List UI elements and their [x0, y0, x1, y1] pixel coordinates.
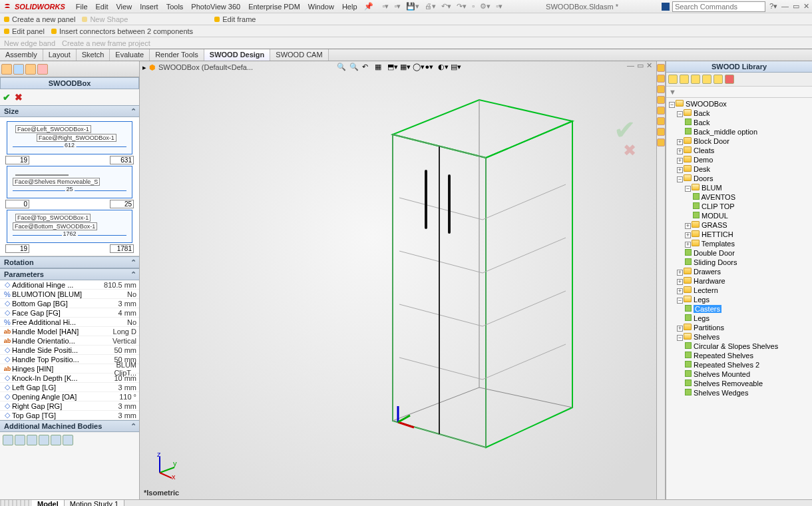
- machined-icon-1[interactable]: [3, 435, 13, 445]
- edit-panel-button[interactable]: Edit panel: [4, 27, 45, 35]
- face-top-field[interactable]: Face@Top_SWOODBox-1: [15, 214, 91, 222]
- edit-frame-button[interactable]: Edit frame: [214, 15, 256, 23]
- size2-hi-input[interactable]: [110, 200, 134, 208]
- section-size-header[interactable]: Size⌃: [0, 105, 139, 117]
- machined-icon-2[interactable]: [15, 435, 25, 445]
- machined-icon-5[interactable]: [51, 435, 61, 445]
- tree-item[interactable]: + Templates: [669, 239, 809, 248]
- new-shape-button[interactable]: New Shape: [82, 15, 128, 23]
- tree-item[interactable]: − Doors: [669, 174, 809, 183]
- face-left-field[interactable]: Face@Left_SWOODBox-1: [15, 125, 91, 133]
- tree-item[interactable]: − Shelves: [669, 332, 809, 342]
- expand-icon[interactable]: +: [685, 232, 691, 238]
- tree-item[interactable]: + Partitions: [669, 323, 809, 332]
- expand-icon[interactable]: −: [677, 298, 683, 304]
- qat-undo-icon[interactable]: ↶▾: [441, 2, 451, 11]
- configmgr-icon[interactable]: [25, 64, 36, 75]
- parameter-row[interactable]: ◇Knock-In Depth [K...10 mm: [0, 374, 139, 383]
- tab-assembly[interactable]: Assembly: [0, 49, 43, 61]
- expand-icon[interactable]: +: [677, 270, 683, 276]
- minimize-icon[interactable]: —: [781, 2, 789, 11]
- restore-icon[interactable]: ▭: [793, 2, 799, 11]
- machined-icon-4[interactable]: [39, 435, 49, 445]
- tree-item[interactable]: Back_middle option: [669, 127, 809, 136]
- qat-options-icon[interactable]: ▫▾: [496, 2, 503, 11]
- tab-nav-buttons[interactable]: [0, 500, 32, 506]
- cabinet-model[interactable]: [313, 95, 646, 467]
- display-style-icon[interactable]: ▦▾: [400, 63, 409, 72]
- parameter-row[interactable]: ◇Top Gap [TG]3 mm: [0, 411, 139, 420]
- graphics-viewport[interactable]: ▸ ⬢ SWOODBox (Default<Defa... 🔍 🔍 ↶ ▦ ⬒▾…: [140, 61, 656, 499]
- taskpane-icon-2[interactable]: [657, 75, 665, 83]
- section-parameters-header[interactable]: Parameters⌃: [0, 268, 139, 280]
- tree-item[interactable]: + Cleats: [669, 146, 809, 155]
- parameter-row[interactable]: %BLUMOTION [BLUM]No: [0, 290, 139, 299]
- tree-item[interactable]: + Desk: [669, 164, 809, 174]
- taskpane-icon-5[interactable]: [657, 107, 665, 115]
- face-bottom-field[interactable]: Face@Bottom_SWOODBox-1: [13, 222, 97, 230]
- view-orient-icon[interactable]: ⬒▾: [387, 63, 397, 72]
- viewport-restore-icon[interactable]: ▭: [637, 61, 644, 70]
- expand-icon[interactable]: +: [677, 158, 683, 164]
- prev-view-icon[interactable]: ↶: [362, 63, 371, 72]
- viewport-close-icon[interactable]: ✕: [646, 61, 652, 70]
- create-panel-button[interactable]: Create a new panel: [4, 15, 75, 23]
- tab-motion-study[interactable]: Motion Study 1: [65, 500, 124, 506]
- qat-select-icon[interactable]: ▫: [472, 2, 475, 11]
- expand-icon[interactable]: +: [677, 326, 683, 332]
- size1-lo-input[interactable]: [5, 156, 29, 164]
- appearance-icon[interactable]: ●▾: [425, 63, 435, 72]
- expand-icon[interactable]: +: [677, 279, 683, 285]
- library-tree[interactable]: − SWOODBox− Back Back Back_middle option…: [666, 98, 812, 399]
- tree-item[interactable]: AVENTOS: [669, 192, 809, 202]
- parameter-row[interactable]: ◇Handle Side Positi...50 mm: [0, 346, 139, 355]
- tree-expand-icon[interactable]: ▸: [142, 63, 146, 72]
- zoom-area-icon[interactable]: 🔍: [349, 63, 359, 72]
- parameter-row[interactable]: ◇Bottom Gap [BG]3 mm: [0, 299, 139, 308]
- insert-connectors-button[interactable]: Insert connectors between 2 components: [51, 27, 193, 35]
- menu-photoview[interactable]: PhotoView 360: [187, 1, 244, 12]
- parameter-row[interactable]: ◇Face Gap [FG]4 mm: [0, 308, 139, 318]
- face-empty-field[interactable]: [15, 174, 69, 176]
- taskpane-icon-1[interactable]: [657, 64, 665, 72]
- menu-edit[interactable]: Edit: [92, 1, 112, 12]
- tree-item[interactable]: − Back: [669, 109, 809, 118]
- tree-item[interactable]: − SWOODBox: [669, 99, 809, 109]
- tree-item[interactable]: + GRASS: [669, 220, 809, 230]
- tree-item[interactable]: + HETTICH: [669, 230, 809, 239]
- tab-evaluate[interactable]: Evaluate: [110, 49, 150, 61]
- size3-lo-input[interactable]: [5, 244, 29, 253]
- hide-show-icon[interactable]: ◯▾: [413, 63, 422, 72]
- new-edge-band-button[interactable]: New edge band: [4, 39, 55, 47]
- menu-pin-icon[interactable]: 📌: [364, 2, 373, 11]
- qat-open-icon[interactable]: ▫▾: [394, 2, 401, 11]
- expand-icon[interactable]: −: [677, 176, 683, 182]
- menu-insert[interactable]: Insert: [136, 1, 162, 12]
- taskpane-icon-3[interactable]: [657, 85, 665, 93]
- zoom-fit-icon[interactable]: 🔍: [337, 63, 346, 72]
- propertymgr-icon[interactable]: [13, 64, 24, 75]
- taskpane-icon-8[interactable]: [657, 138, 665, 146]
- view-settings-icon[interactable]: ▤▾: [451, 63, 460, 72]
- tab-model[interactable]: Model: [32, 500, 65, 506]
- taskpane-icon-4[interactable]: [657, 96, 665, 104]
- tree-item[interactable]: Back: [669, 118, 809, 127]
- displaymgr-icon[interactable]: [37, 64, 48, 75]
- tree-item[interactable]: − Legs: [669, 295, 809, 304]
- tree-item[interactable]: Shelves Wedges: [669, 388, 809, 397]
- parameter-row[interactable]: ◇Left Gap [LG]3 mm: [0, 383, 139, 392]
- taskpane-icon-6[interactable]: [657, 117, 665, 125]
- qat-redo-icon[interactable]: ↷▾: [457, 2, 467, 11]
- section-view-icon[interactable]: ▦: [375, 63, 384, 72]
- search-commands-input[interactable]: [672, 1, 765, 12]
- parameter-row[interactable]: abHandle Model [HAN]Long D: [0, 327, 139, 336]
- menu-view[interactable]: View: [112, 1, 136, 12]
- lib-icon-4[interactable]: [702, 75, 711, 84]
- tree-item[interactable]: Repeated Shelves 2: [669, 360, 809, 370]
- taskpane-icon-7[interactable]: [657, 128, 665, 136]
- face-right-field[interactable]: Face@Right_SWOODBox-1: [37, 134, 116, 142]
- tree-item[interactable]: − BLUM: [669, 183, 809, 192]
- parameter-row[interactable]: %Free Additional Hi...No: [0, 318, 139, 327]
- tree-item[interactable]: Legs: [669, 314, 809, 323]
- menu-help[interactable]: Help: [338, 1, 361, 12]
